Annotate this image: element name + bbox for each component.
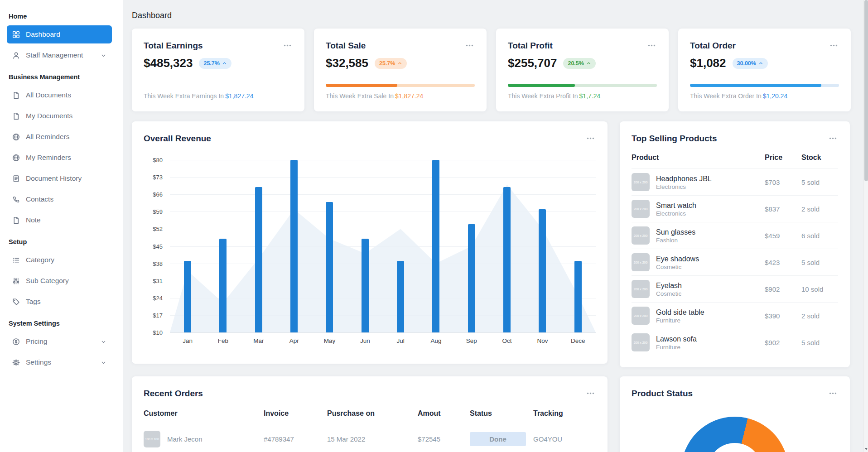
card-menu-button[interactable] [464, 40, 475, 51]
customer-name: Mark Jecon [167, 435, 203, 443]
y-tick-label: $38 [153, 260, 163, 267]
card-menu-button[interactable] [646, 40, 657, 51]
product-stock: 6 sold [801, 232, 838, 240]
product-thumbnail: 200 x 200 [632, 253, 650, 271]
x-tick-label: Aug [418, 337, 453, 344]
product-status-card: Product Status [620, 376, 850, 452]
order-amount: $72545 [418, 435, 470, 443]
sidebar-item-contacts[interactable]: Contacts [7, 190, 112, 208]
sidebar-section-business-management: Business Management [9, 73, 112, 81]
status-badge: Done [470, 432, 526, 446]
sidebar-item-my-reminders[interactable]: My Reminders [7, 149, 112, 167]
main-content: Dashboard Total Earnings $485,323 25.7% [123, 0, 868, 452]
stat-note: This Week Extra Sale In$1,827.24 [326, 92, 475, 100]
bar-mar [255, 187, 262, 332]
column-header: Product [632, 154, 765, 162]
progress-bar [508, 84, 657, 87]
stat-title: Total Sale [326, 41, 366, 51]
column-header: Tracking [533, 409, 596, 418]
sliders-icon [12, 277, 20, 285]
sidebar-item-note[interactable]: Note [7, 211, 112, 229]
table-row: 200 x 200 Gold side tableFurniture $390 … [632, 303, 838, 329]
product-stock: 10 sold [801, 285, 838, 293]
card-menu-button[interactable] [282, 40, 293, 51]
x-tick-label: Mar [241, 337, 276, 344]
x-tick-label: Jan [170, 337, 205, 344]
sidebar-item-label: Category [26, 256, 54, 264]
y-tick-label: $73 [153, 174, 163, 181]
y-tick-label: $24 [153, 294, 163, 301]
stat-card-total-earnings: Total Earnings $485,323 25.7% This Week … [132, 29, 304, 111]
scrollbar-thumb[interactable] [864, 0, 868, 181]
stat-badge: 25.7% [375, 58, 407, 69]
bar-jul [397, 261, 404, 332]
product-category: Cosmetic [656, 290, 682, 297]
globe-icon [12, 133, 20, 141]
sidebar-item-dashboard[interactable]: Dashboard [7, 25, 112, 43]
sidebar-item-document-history[interactable]: Document History [7, 169, 112, 188]
sidebar-item-pricing[interactable]: Pricing [7, 332, 112, 351]
bar-feb [219, 239, 227, 332]
dots-icon [586, 134, 595, 143]
caret-up-icon [758, 61, 763, 66]
bar-sep [468, 224, 475, 332]
x-tick-label: Oct [489, 337, 525, 344]
y-tick-label: $80 [153, 157, 163, 163]
stat-value: $32,585 [326, 56, 368, 70]
sidebar-item-label: My Documents [26, 112, 72, 120]
product-thumbnail: 200 x 200 [632, 280, 650, 298]
card-menu-button[interactable] [829, 40, 839, 51]
dots-icon [283, 41, 292, 50]
product-price: $902 [765, 339, 801, 346]
dashboard-icon [12, 31, 20, 38]
sidebar-section-system-settings: System Settings [9, 320, 112, 327]
product-name: Eyelash [656, 281, 682, 290]
product-stock: 5 sold [801, 339, 838, 346]
card-menu-button[interactable] [828, 388, 838, 399]
column-header: Customer [144, 409, 264, 418]
stat-note: This Week Extra Earnings In$1,827.24 [144, 92, 293, 100]
product-name: Gold side table [656, 308, 704, 317]
product-stock: 2 sold [801, 205, 838, 213]
sidebar-item-all-reminders[interactable]: All Reminders [7, 128, 112, 146]
stat-title: Total Order [690, 41, 736, 51]
progress-bar [690, 84, 839, 87]
order-purchase-date: 15 Mar 2022 [327, 435, 418, 443]
pricing-icon [12, 338, 20, 346]
x-tick-label: Jun [347, 337, 383, 344]
revenue-y-axis: $80$73$66$59$52$45$38$31$24$17$10 [144, 160, 170, 332]
card-menu-button[interactable] [828, 133, 838, 144]
orders-table-header: Customer Invoice Pusrchase on Amout Stat… [144, 409, 596, 425]
scroll-down-button[interactable] [864, 447, 868, 451]
page-title: Dashboard [132, 11, 868, 20]
card-title: Product Status [632, 389, 693, 399]
product-thumbnail: 200 x 200 [632, 200, 650, 218]
product-thumbnail: 200 x 200 [632, 307, 650, 325]
x-tick-label: Feb [205, 337, 241, 344]
bar-apr [290, 160, 298, 332]
stat-progress-fill [690, 84, 821, 87]
bar-may [326, 202, 333, 332]
y-tick-label: $17 [153, 312, 163, 318]
product-category: Electronics [656, 183, 712, 190]
chevron-down-icon [101, 53, 106, 58]
column-header: Status [470, 409, 533, 418]
stat-title: Total Profit [508, 41, 553, 51]
card-menu-button[interactable] [585, 388, 596, 399]
sidebar-item-staff-management[interactable]: Staff Management [7, 46, 112, 64]
dots-icon [829, 134, 837, 143]
sidebar-item-sub-category[interactable]: Sub Category [7, 272, 112, 290]
scrollbar[interactable] [863, 0, 868, 452]
sidebar-item-my-documents[interactable]: My Documents [7, 107, 112, 125]
card-menu-button[interactable] [585, 133, 596, 144]
product-price: $390 [765, 312, 801, 320]
bar-jun [362, 239, 369, 332]
stat-note-amount: $1,827.24 [395, 92, 423, 100]
stat-progress-fill [326, 84, 397, 87]
sidebar-item-settings[interactable]: Settings [7, 353, 112, 371]
x-tick-label: Apr [276, 337, 312, 344]
sidebar-section-home: Home [9, 13, 112, 20]
sidebar-item-tags[interactable]: Tags [7, 293, 112, 311]
sidebar-item-category[interactable]: Category [7, 251, 112, 269]
sidebar-item-all-documents[interactable]: All Documents [7, 86, 112, 104]
